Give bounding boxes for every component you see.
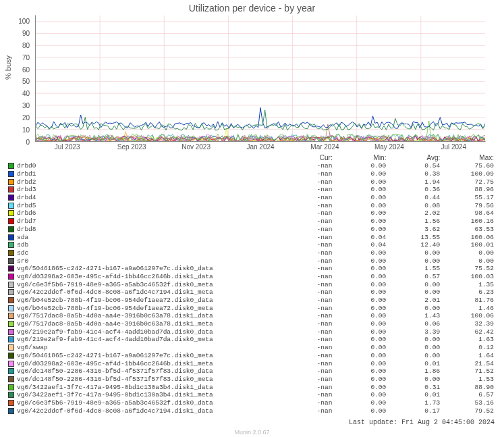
legend-swatch — [8, 282, 14, 288]
legend-cur: -nan — [278, 162, 332, 170]
legend-max: 100.16 — [440, 217, 494, 225]
legend-name: vg0/219e2af9-fab9-41c4-acf4-4add10bad7da… — [17, 328, 278, 336]
legend-min: 0.00 — [332, 257, 386, 265]
legend-avg: 1.56 — [386, 217, 440, 225]
y-tick: 100 — [18, 17, 30, 24]
legend-row: drbd5-nan0.000.0879.56 — [8, 201, 494, 209]
legend-swatch — [8, 392, 14, 398]
legend-row: vg0/dc148f50-2286-4316-bf5d-4f5371f57f83… — [8, 367, 494, 376]
legend-cur: -nan — [278, 399, 332, 407]
legend-name: drbd6 — [17, 209, 278, 217]
y-tick: 90 — [22, 29, 30, 36]
legend-avg: 1.94 — [386, 178, 440, 186]
legend-min: 0.00 — [332, 194, 386, 201]
legend-avg: 0.00 — [386, 288, 440, 296]
y-tick: 60 — [22, 66, 30, 73]
legend-avg: 0.17 — [386, 407, 440, 415]
legend-max: 88.90 — [440, 384, 494, 391]
legend-swatch — [8, 274, 14, 280]
col-max: Max: — [440, 154, 494, 161]
legend-max: 98.64 — [440, 209, 494, 217]
legend-avg: 0.57 — [386, 273, 440, 280]
legend-cur: -nan — [278, 170, 332, 178]
legend-name: vg0/7517dac8-8a5b-4d0a-aa4e-3916b0c63a78… — [17, 312, 278, 319]
legend-max: 55.17 — [440, 194, 494, 201]
legend-min: 0.00 — [332, 162, 386, 170]
legend-name: vg0/c6e3f5b6-7919-48e9-a365-a5ab3c46532f… — [17, 399, 278, 407]
col-avg: Avg: — [386, 154, 440, 161]
legend-min: 0.00 — [332, 226, 386, 233]
legend-row: vg0/50461865-c242-4271-b167-a9a061297e7c… — [8, 352, 494, 360]
legend-min: 0.00 — [332, 186, 386, 193]
legend-max: 81.76 — [440, 297, 494, 304]
legend-min: 0.00 — [332, 352, 386, 359]
y-tick: 40 — [22, 90, 30, 97]
legend-row: drbd6-nan0.002.0298.64 — [8, 209, 494, 217]
legend-row: vg0/c6e3f5b6-7919-48e9-a365-a5ab3c46532f… — [8, 280, 494, 288]
legend-name: vg0/b04e52cb-788b-4f19-bc06-954def1aea72… — [17, 297, 278, 304]
legend-max: 71.52 — [440, 367, 494, 375]
legend-row: vg0/dc148f50-2286-4316-bf5d-4f5371f57f83… — [8, 376, 494, 384]
legend-name: drbd0 — [17, 162, 278, 170]
legend-swatch — [8, 258, 14, 264]
legend-row: vg0/42c2ddcf-0f6d-4dc0-8c08-a6f1dc4c7194… — [8, 407, 494, 415]
legend-cur: -nan — [278, 217, 332, 225]
legend-row: drbd0-nan0.000.5475.60 — [8, 162, 494, 170]
legend-max: 100.06 — [440, 312, 494, 319]
legend-row: vg0/swap-nan0.000.000.12 — [8, 344, 494, 352]
legend: Cur: Min: Avg: Max: drbd0-nan0.000.5475.… — [8, 154, 494, 415]
legend-cur: -nan — [278, 407, 332, 415]
legend-max: 1.64 — [440, 352, 494, 359]
legend-swatch — [8, 195, 14, 201]
y-tick: 30 — [22, 102, 30, 109]
legend-min: 0.00 — [332, 217, 386, 225]
legend-swatch — [8, 265, 14, 272]
x-tick: May 2024 — [374, 143, 404, 151]
legend-row: vg0/d03298a2-603e-495c-af4d-1bb46cc2646b… — [8, 273, 494, 281]
legend-max: 0.00 — [440, 257, 494, 265]
munin-version: Munin 2.0.67 — [0, 429, 504, 436]
x-tick: Jul 2023 — [55, 143, 80, 151]
legend-avg: 1.55 — [386, 265, 440, 272]
legend-swatch — [8, 329, 14, 335]
y-tick: 70 — [22, 53, 30, 61]
legend-min: 0.00 — [332, 249, 386, 257]
legend-min: 0.00 — [332, 305, 386, 312]
legend-min: 0.00 — [332, 312, 386, 319]
legend-swatch — [8, 321, 14, 327]
legend-cur: -nan — [278, 288, 332, 296]
legend-swatch — [8, 344, 14, 351]
legend-swatch — [8, 226, 14, 232]
legend-avg: 1.73 — [386, 399, 440, 407]
legend-max: 75.60 — [440, 162, 494, 170]
legend-name: vg0/50461865-c242-4271-b167-a9a061297e7c… — [17, 265, 278, 272]
legend-cur: -nan — [278, 202, 332, 209]
legend-min: 0.00 — [332, 344, 386, 351]
legend-cur: -nan — [278, 384, 332, 391]
legend-swatch — [8, 384, 14, 390]
legend-avg: 3.39 — [386, 328, 440, 336]
legend-min: 0.00 — [332, 320, 386, 328]
legend-row: vg0/c6e3f5b6-7919-48e9-a365-a5ab3c46532f… — [8, 399, 494, 407]
legend-avg: 0.00 — [386, 352, 440, 359]
chart-frame: { "title": "Utilization per device - by … — [0, 0, 504, 437]
legend-cur: -nan — [278, 312, 332, 319]
legend-cur: -nan — [278, 249, 332, 257]
legend-row: drbd7-nan0.001.56100.16 — [8, 217, 494, 226]
y-tick: 80 — [22, 41, 30, 49]
legend-swatch — [8, 203, 14, 209]
chart-title: Utilization per device - by year — [0, 3, 504, 14]
legend-avg: 0.44 — [386, 194, 440, 201]
legend-avg: 3.62 — [386, 226, 440, 233]
legend-max: 88.96 — [440, 186, 494, 193]
legend-max: 1.53 — [440, 376, 494, 383]
legend-avg: 0.00 — [386, 257, 440, 265]
legend-avg: 0.54 — [386, 162, 440, 170]
legend-min: 0.00 — [332, 391, 386, 399]
legend-name: vg0/42c2ddcf-0f6d-4dc0-8c08-a6f1dc4c7194… — [17, 407, 278, 415]
legend-cur: -nan — [278, 281, 332, 288]
legend-avg: 0.36 — [386, 186, 440, 193]
legend-avg: 0.01 — [386, 391, 440, 399]
legend-row: drbd8-nan0.003.6263.53 — [8, 226, 494, 234]
legend-name: sda — [17, 234, 278, 241]
